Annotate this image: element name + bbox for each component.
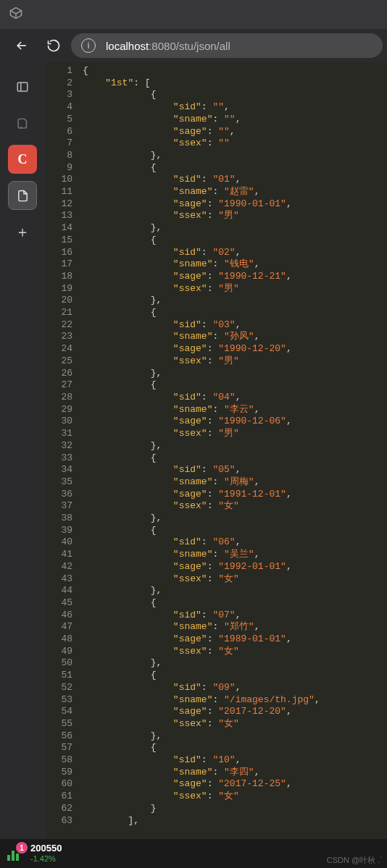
reload-button[interactable] bbox=[39, 31, 68, 60]
url-text: localhost:8080/stu/json/all bbox=[106, 40, 230, 52]
line-gutter: 1 2 3 4 5 6 7 8 9 10 11 12 13 14 15 16 1… bbox=[45, 62, 83, 839]
editor: 1 2 3 4 5 6 7 8 9 10 11 12 13 14 15 16 1… bbox=[45, 62, 387, 839]
address-bar[interactable]: i localhost:8080/stu/json/all bbox=[71, 33, 383, 58]
stock-number: 200550 bbox=[30, 843, 62, 854]
sidebar: C ＋ bbox=[0, 62, 45, 839]
site-info-icon[interactable]: i bbox=[81, 38, 96, 53]
sidebar-script-icon[interactable] bbox=[8, 109, 37, 138]
watermark: CSDN @叶秋 .` bbox=[327, 855, 383, 866]
back-button[interactable] bbox=[7, 31, 36, 60]
svg-rect-0 bbox=[17, 83, 28, 91]
titlebar bbox=[0, 0, 387, 29]
sidebar-add-button[interactable]: ＋ bbox=[8, 217, 37, 246]
app-icon bbox=[9, 6, 23, 23]
code-area[interactable]: { ″1st″: [ { ″sid″: ″″, ″sname″: ″″, ″sa… bbox=[83, 62, 387, 839]
sidebar-panel-icon[interactable] bbox=[8, 72, 37, 101]
sidebar-file-icon[interactable] bbox=[8, 181, 37, 210]
stock-icon[interactable]: 1 bbox=[6, 843, 26, 864]
sidebar-c-icon[interactable]: C bbox=[8, 145, 37, 174]
stock-delta: -1.42% bbox=[30, 854, 62, 864]
toolbar: i localhost:8080/stu/json/all bbox=[0, 29, 387, 62]
notification-badge: 1 bbox=[16, 842, 28, 854]
main: C ＋ 1 2 3 4 5 6 7 8 9 10 11 12 13 14 15 … bbox=[0, 62, 387, 839]
